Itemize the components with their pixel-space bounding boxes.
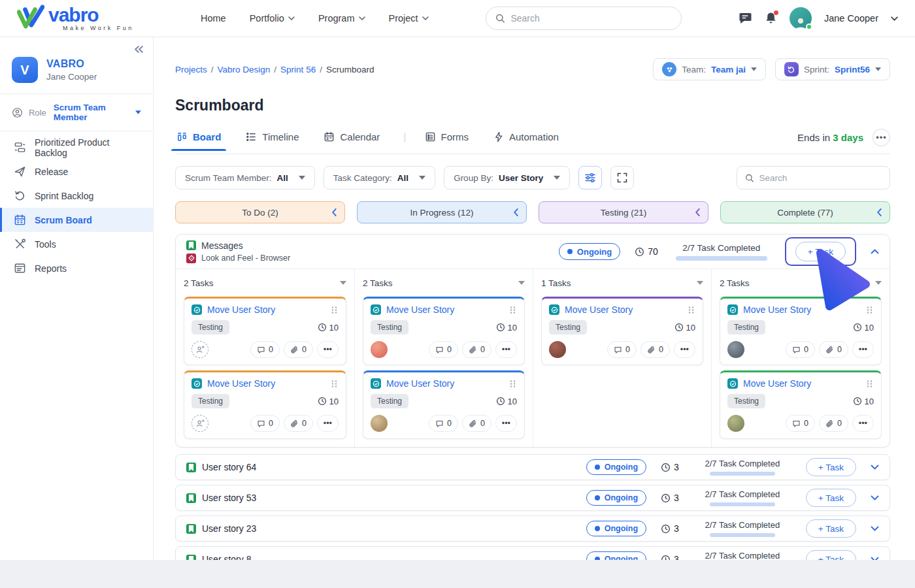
- task-title-link[interactable]: Move User Story: [207, 304, 325, 315]
- task-card[interactable]: Move User Story Testing 10: [541, 297, 703, 365]
- sidebar-item-sprint-backlog[interactable]: Sprint Backlog: [0, 184, 153, 208]
- assignee-avatar[interactable]: [191, 415, 208, 432]
- user-name[interactable]: Jane Cooper: [824, 13, 878, 24]
- board-search[interactable]: [737, 166, 890, 189]
- task-title-link[interactable]: Move User Story: [386, 378, 503, 389]
- comments-count[interactable]: 0: [429, 415, 458, 432]
- nav-home[interactable]: Home: [201, 13, 226, 24]
- tab-board[interactable]: Board: [175, 131, 222, 150]
- attachments-count[interactable]: 0: [284, 341, 313, 358]
- attachments-count[interactable]: 0: [284, 415, 313, 432]
- card-more-icon[interactable]: •••: [852, 341, 874, 358]
- column-header-in-progress[interactable]: In Progress (12): [357, 201, 527, 223]
- drag-handle-icon[interactable]: [508, 380, 517, 388]
- workspace-block[interactable]: V VABRO Jane Cooper: [0, 37, 153, 93]
- assignee-avatar[interactable]: [549, 341, 566, 358]
- drag-handle-icon[interactable]: [865, 380, 874, 388]
- add-task-button[interactable]: + Task: [806, 489, 856, 507]
- user-menu-caret-icon[interactable]: [891, 16, 898, 21]
- attachments-count[interactable]: 0: [819, 415, 848, 432]
- global-search[interactable]: [486, 7, 682, 30]
- team-selector[interactable]: Team: Team jai: [653, 58, 766, 80]
- task-card[interactable]: Move User Story Testing 10: [363, 370, 525, 439]
- status-badge-ongoing[interactable]: Ongoing: [586, 521, 646, 536]
- drag-handle-icon[interactable]: [330, 380, 339, 388]
- assignee-avatar[interactable]: [371, 415, 388, 432]
- comments-count[interactable]: 0: [607, 341, 637, 358]
- card-more-icon[interactable]: •••: [495, 341, 517, 358]
- column-header-complete[interactable]: Complete (77): [720, 201, 890, 223]
- sidebar-item-reports[interactable]: Reports: [0, 256, 153, 280]
- story-row[interactable]: User story 23 Ongoing 3 2/7 Task Complet…: [175, 515, 890, 542]
- tab-calendar[interactable]: Calendar: [322, 131, 381, 150]
- status-badge-ongoing[interactable]: Ongoing: [586, 459, 646, 475]
- tab-forms[interactable]: Forms: [424, 131, 471, 150]
- board-search-input[interactable]: [759, 173, 882, 183]
- sidebar-item-scrum-board[interactable]: Scrum Board: [0, 208, 153, 232]
- task-card[interactable]: Move User Story Testing 10: [184, 297, 346, 365]
- task-category-filter[interactable]: Task Category: All: [324, 166, 435, 189]
- task-title-link[interactable]: Move User Story: [743, 378, 860, 389]
- user-avatar[interactable]: [790, 7, 812, 29]
- nav-portfolio[interactable]: Portfolio: [250, 13, 295, 24]
- assignee-avatar[interactable]: [191, 341, 208, 358]
- sprint-selector[interactable]: Sprint: Sprint56: [775, 58, 890, 80]
- status-badge-ongoing[interactable]: Ongoing: [559, 243, 620, 260]
- attachments-count[interactable]: 0: [819, 341, 848, 358]
- expand-row-chevron-down-icon[interactable]: [871, 495, 879, 500]
- scrum-team-member-filter[interactable]: Scrum Team Member: All: [175, 166, 315, 189]
- card-more-icon[interactable]: •••: [317, 341, 339, 358]
- sidebar-item-prioritized-product-backlog[interactable]: Prioritized Product Backlog: [0, 135, 153, 159]
- drag-handle-icon[interactable]: [330, 306, 339, 314]
- sidebar-item-tools[interactable]: Tools: [0, 232, 153, 256]
- global-search-input[interactable]: [510, 13, 671, 24]
- comments-count[interactable]: 0: [250, 415, 280, 432]
- status-badge-ongoing[interactable]: Ongoing: [586, 490, 646, 506]
- sidebar-collapse-icon[interactable]: [134, 44, 144, 56]
- messages-icon[interactable]: [739, 12, 752, 25]
- vabro-logo[interactable]: vabro Make Work Fun: [17, 5, 171, 32]
- task-card[interactable]: Move User Story Testing 10: [720, 370, 882, 439]
- expand-row-chevron-down-icon[interactable]: [871, 465, 879, 470]
- task-card[interactable]: Move User Story Testing 10: [720, 297, 882, 365]
- card-more-icon[interactable]: •••: [674, 341, 695, 358]
- tab-automation[interactable]: Automation: [492, 131, 560, 150]
- drag-handle-icon[interactable]: [687, 306, 695, 314]
- add-task-button[interactable]: + Task: [806, 458, 856, 476]
- role-value[interactable]: Scrum Team Member: [54, 103, 141, 122]
- attachments-count[interactable]: 0: [462, 341, 491, 358]
- assignee-avatar[interactable]: [727, 415, 744, 432]
- story-row[interactable]: User story 64 Ongoing 3 2/7 Task Complet…: [175, 454, 890, 480]
- card-more-icon[interactable]: •••: [317, 415, 339, 432]
- add-task-button[interactable]: + Task: [795, 242, 846, 261]
- expand-row-chevron-down-icon[interactable]: [871, 526, 879, 531]
- notifications-bell-icon[interactable]: [765, 12, 777, 25]
- group-by-filter[interactable]: Group By: User Story: [444, 166, 570, 189]
- caret-down-icon[interactable]: [875, 281, 882, 285]
- column-header-todo[interactable]: To Do (2): [175, 201, 345, 223]
- card-more-icon[interactable]: •••: [852, 415, 874, 432]
- tab-timeline[interactable]: Timeline: [244, 131, 300, 150]
- attachments-count[interactable]: 0: [640, 341, 670, 358]
- attachments-count[interactable]: 0: [462, 415, 491, 432]
- task-title-link[interactable]: Move User Story: [743, 304, 860, 315]
- task-title-link[interactable]: Move User Story: [565, 304, 682, 315]
- drag-handle-icon[interactable]: [508, 306, 517, 314]
- breadcrumb-projects[interactable]: Projects: [175, 65, 207, 74]
- role-selector[interactable]: Role Scrum Team Member: [0, 94, 153, 131]
- breadcrumb-vabro-design[interactable]: Vabro Design: [218, 65, 271, 74]
- story-row[interactable]: User story 53 Ongoing 3 2/7 Task Complet…: [175, 485, 890, 511]
- comments-count[interactable]: 0: [786, 341, 815, 358]
- card-more-icon[interactable]: •••: [495, 415, 517, 432]
- breadcrumb-sprint-56[interactable]: Sprint 56: [280, 65, 316, 74]
- caret-down-icon[interactable]: [518, 281, 525, 285]
- task-title-link[interactable]: Move User Story: [207, 378, 325, 389]
- drag-handle-icon[interactable]: [865, 306, 874, 314]
- collapse-panel-chevron-up-icon[interactable]: [871, 249, 879, 254]
- task-title-link[interactable]: Move User Story: [386, 304, 503, 315]
- comments-count[interactable]: 0: [429, 341, 458, 358]
- sidebar-item-release[interactable]: Release: [0, 159, 153, 184]
- task-card[interactable]: Move User Story Testing 10: [363, 297, 525, 365]
- comments-count[interactable]: 0: [250, 341, 280, 358]
- caret-down-icon[interactable]: [340, 281, 346, 285]
